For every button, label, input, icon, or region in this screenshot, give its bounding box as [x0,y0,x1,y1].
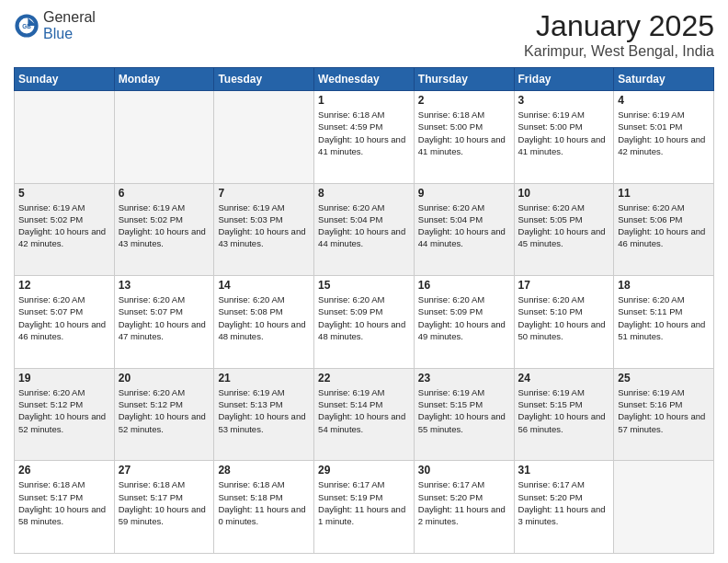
calendar-cell: 3Sunrise: 6:19 AM Sunset: 5:00 PM Daylig… [514,91,614,184]
calendar-cell: 5Sunrise: 6:19 AM Sunset: 5:02 PM Daylig… [15,183,115,276]
day-info: Sunrise: 6:20 AM Sunset: 5:11 PM Dayligh… [618,293,710,342]
day-number: 9 [418,187,510,200]
weekday-header-thursday: Thursday [414,68,514,91]
day-number: 16 [418,279,510,292]
day-info: Sunrise: 6:20 AM Sunset: 5:04 PM Dayligh… [418,201,510,250]
calendar-cell: 19Sunrise: 6:20 AM Sunset: 5:12 PM Dayli… [15,368,115,461]
day-number: 13 [119,279,210,292]
day-number: 6 [119,187,210,200]
day-number: 18 [618,279,710,292]
logo-blue: Blue [43,26,73,41]
day-info: Sunrise: 6:19 AM Sunset: 5:15 PM Dayligh… [418,386,510,435]
calendar-cell [614,461,714,554]
day-number: 4 [618,94,710,107]
calendar-cell: 16Sunrise: 6:20 AM Sunset: 5:09 PM Dayli… [414,276,514,369]
day-info: Sunrise: 6:19 AM Sunset: 5:16 PM Dayligh… [618,386,710,435]
day-number: 12 [18,279,110,292]
calendar-cell [214,91,314,184]
day-info: Sunrise: 6:20 AM Sunset: 5:10 PM Dayligh… [518,293,610,342]
calendar-cell: 21Sunrise: 6:19 AM Sunset: 5:13 PM Dayli… [214,368,314,461]
day-info: Sunrise: 6:18 AM Sunset: 4:59 PM Dayligh… [318,109,410,157]
weekday-header-sunday: Sunday [15,68,115,91]
calendar-cell: 24Sunrise: 6:19 AM Sunset: 5:15 PM Dayli… [514,368,614,461]
day-number: 8 [318,187,410,200]
calendar-cell: 20Sunrise: 6:20 AM Sunset: 5:12 PM Dayli… [114,368,214,461]
day-info: Sunrise: 6:17 AM Sunset: 5:19 PM Dayligh… [318,478,410,527]
weekday-header-tuesday: Tuesday [214,68,314,91]
day-number: 10 [518,187,610,200]
day-number: 30 [418,464,510,477]
calendar-cell: 4Sunrise: 6:19 AM Sunset: 5:01 PM Daylig… [614,91,714,184]
calendar: SundayMondayTuesdayWednesdayThursdayFrid… [14,67,714,554]
location-title: Karimpur, West Bengal, India [524,43,714,60]
day-info: Sunrise: 6:17 AM Sunset: 5:20 PM Dayligh… [518,478,610,527]
day-number: 7 [218,187,310,200]
title-block: January 2025 Karimpur, West Bengal, Indi… [524,9,714,60]
day-number: 2 [418,94,510,107]
svg-text:GB: GB [22,23,31,29]
calendar-cell: 9Sunrise: 6:20 AM Sunset: 5:04 PM Daylig… [414,183,514,276]
calendar-cell: 18Sunrise: 6:20 AM Sunset: 5:11 PM Dayli… [614,276,714,369]
calendar-cell: 15Sunrise: 6:20 AM Sunset: 5:09 PM Dayli… [314,276,415,369]
day-info: Sunrise: 6:18 AM Sunset: 5:17 PM Dayligh… [18,478,110,527]
day-info: Sunrise: 6:20 AM Sunset: 5:06 PM Dayligh… [618,201,710,250]
day-info: Sunrise: 6:20 AM Sunset: 5:04 PM Dayligh… [318,201,410,250]
day-info: Sunrise: 6:19 AM Sunset: 5:02 PM Dayligh… [18,201,110,250]
calendar-cell: 6Sunrise: 6:19 AM Sunset: 5:02 PM Daylig… [114,183,214,276]
day-info: Sunrise: 6:19 AM Sunset: 5:14 PM Dayligh… [318,386,410,435]
day-info: Sunrise: 6:18 AM Sunset: 5:17 PM Dayligh… [119,478,210,527]
day-info: Sunrise: 6:19 AM Sunset: 5:02 PM Dayligh… [119,201,210,250]
day-number: 17 [518,279,610,292]
day-number: 22 [318,372,410,385]
day-number: 25 [618,372,710,385]
day-info: Sunrise: 6:20 AM Sunset: 5:12 PM Dayligh… [119,386,210,435]
day-info: Sunrise: 6:19 AM Sunset: 5:13 PM Dayligh… [218,386,310,435]
calendar-cell: 11Sunrise: 6:20 AM Sunset: 5:06 PM Dayli… [614,183,714,276]
day-number: 20 [119,372,210,385]
calendar-cell: 29Sunrise: 6:17 AM Sunset: 5:19 PM Dayli… [314,461,415,554]
calendar-cell: 8Sunrise: 6:20 AM Sunset: 5:04 PM Daylig… [314,183,415,276]
week-row-2: 5Sunrise: 6:19 AM Sunset: 5:02 PM Daylig… [15,183,714,276]
day-info: Sunrise: 6:20 AM Sunset: 5:09 PM Dayligh… [418,293,510,342]
calendar-cell [114,91,214,184]
calendar-cell: 28Sunrise: 6:18 AM Sunset: 5:18 PM Dayli… [214,461,314,554]
calendar-cell: 10Sunrise: 6:20 AM Sunset: 5:05 PM Dayli… [514,183,614,276]
calendar-cell: 31Sunrise: 6:17 AM Sunset: 5:20 PM Dayli… [514,461,614,554]
calendar-cell: 26Sunrise: 6:18 AM Sunset: 5:17 PM Dayli… [15,461,115,554]
day-info: Sunrise: 6:18 AM Sunset: 5:00 PM Dayligh… [418,109,510,157]
day-info: Sunrise: 6:19 AM Sunset: 5:15 PM Dayligh… [518,386,610,435]
calendar-cell: 12Sunrise: 6:20 AM Sunset: 5:07 PM Dayli… [15,276,115,369]
day-number: 29 [318,464,410,477]
day-number: 5 [18,187,110,200]
day-info: Sunrise: 6:17 AM Sunset: 5:20 PM Dayligh… [418,478,510,527]
day-number: 28 [218,464,310,477]
calendar-cell: 27Sunrise: 6:18 AM Sunset: 5:17 PM Dayli… [114,461,214,554]
calendar-cell: 1Sunrise: 6:18 AM Sunset: 4:59 PM Daylig… [314,91,415,184]
logo: GB General Blue [14,9,96,42]
calendar-cell: 2Sunrise: 6:18 AM Sunset: 5:00 PM Daylig… [414,91,514,184]
month-title: January 2025 [524,9,714,43]
weekday-header-saturday: Saturday [614,68,714,91]
weekday-header-friday: Friday [514,68,614,91]
logo-icon: GB [14,13,40,39]
day-number: 11 [618,187,710,200]
header: GB General Blue January 2025 Karimpur, W… [14,9,714,60]
day-info: Sunrise: 6:20 AM Sunset: 5:05 PM Dayligh… [518,201,610,250]
day-number: 31 [518,464,610,477]
calendar-cell: 7Sunrise: 6:19 AM Sunset: 5:03 PM Daylig… [214,183,314,276]
day-number: 27 [119,464,210,477]
day-info: Sunrise: 6:18 AM Sunset: 5:18 PM Dayligh… [218,478,310,527]
day-info: Sunrise: 6:19 AM Sunset: 5:00 PM Dayligh… [518,109,610,157]
weekday-header-monday: Monday [114,68,214,91]
day-number: 21 [218,372,310,385]
calendar-cell: 23Sunrise: 6:19 AM Sunset: 5:15 PM Dayli… [414,368,514,461]
day-info: Sunrise: 6:19 AM Sunset: 5:03 PM Dayligh… [218,201,310,250]
calendar-cell [15,91,115,184]
day-number: 19 [18,372,110,385]
page: GB General Blue January 2025 Karimpur, W… [0,0,728,563]
day-number: 14 [218,279,310,292]
logo-general: General [43,9,96,25]
day-number: 23 [418,372,510,385]
calendar-cell: 13Sunrise: 6:20 AM Sunset: 5:07 PM Dayli… [114,276,214,369]
day-info: Sunrise: 6:20 AM Sunset: 5:07 PM Dayligh… [119,293,210,342]
